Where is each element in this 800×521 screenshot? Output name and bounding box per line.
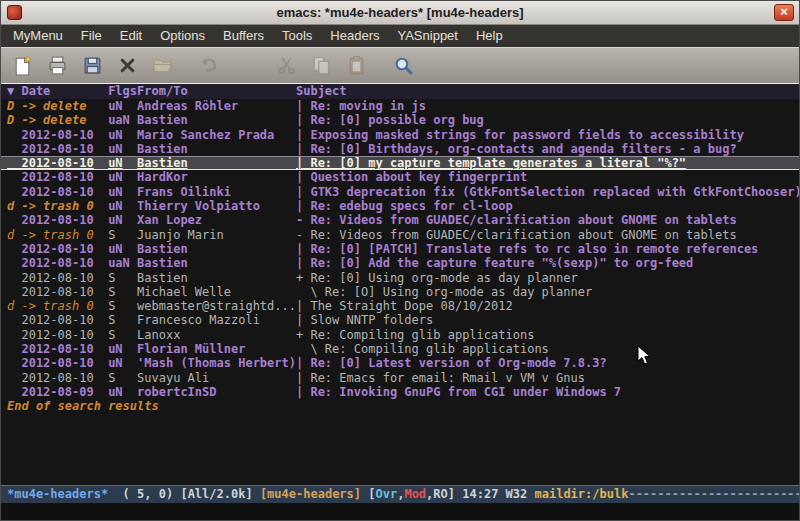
message-subject: + Re: Compiling glib applications: [296, 328, 799, 342]
message-from: robertcInSD: [137, 385, 296, 399]
message-flags: uN: [108, 170, 137, 184]
message-subject: | Re: [0] Birthdays, org-contacts and ag…: [296, 142, 799, 156]
modeline-buffer-name: *mu4e-headers*: [7, 487, 108, 501]
message-flags: S: [108, 328, 137, 342]
message-date-or-mark: 2012-08-10: [7, 371, 108, 385]
message-from: Bastien: [137, 142, 296, 156]
message-from: Frans Oilinki: [137, 185, 296, 199]
message-row[interactable]: 2012-08-10 S Lanoxx + Re: Compiling glib…: [1, 328, 799, 342]
message-row[interactable]: 2012-08-10 uN 'Mash (Thomas Herbert) | R…: [1, 356, 799, 370]
modeline-bracket: ]: [448, 487, 462, 501]
end-of-results-text: End of search results: [1, 399, 799, 413]
message-flags: uN: [108, 385, 137, 399]
message-date-or-mark: 2012-08-10: [7, 213, 108, 227]
message-row[interactable]: 2012-08-10 uN Mario Sanchez Prada | Expo…: [1, 128, 799, 142]
modeline-modified-flag: Mod: [404, 487, 426, 501]
search-icon[interactable]: [389, 51, 418, 80]
message-subject: | Re: [0] [PATCH] Translate refs to rc a…: [296, 242, 799, 256]
message-row[interactable]: 2012-08-10 uN Bastien | Re: [0] my captu…: [1, 156, 799, 170]
paste-icon[interactable]: [342, 51, 371, 80]
headers-header-line: ▼ Date Flgs From/To Subject: [1, 84, 799, 99]
modeline-filler: ----------------------------------------…: [628, 487, 799, 501]
message-flags: uN: [108, 99, 137, 113]
cut-icon[interactable]: [272, 51, 301, 80]
message-row[interactable]: D -> delete uaN Bastien | Re: [0] possib…: [1, 113, 799, 127]
menu-bar: MyMenuFileEditOptionsBuffersToolsHeaders…: [1, 25, 799, 47]
menu-mymenu[interactable]: MyMenu: [4, 25, 72, 47]
message-subject: | Slow NNTP folders: [296, 313, 799, 327]
message-from: HardKor: [137, 170, 296, 184]
message-flags: S: [108, 313, 137, 327]
message-date-or-mark: D -> delete: [7, 113, 108, 127]
menu-help[interactable]: Help: [467, 25, 512, 47]
message-date-or-mark: 2012-08-10: [7, 156, 108, 170]
menu-options[interactable]: Options: [151, 25, 214, 47]
message-flags: uaN: [108, 113, 137, 127]
message-row[interactable]: 2012-08-10 S Michael Welle \ Re: [O] Usi…: [1, 285, 799, 299]
message-row[interactable]: 2012-08-10 S Francesco Mazzoli | Slow NN…: [1, 313, 799, 327]
message-date-or-mark: 2012-08-10: [7, 242, 108, 256]
message-flags: uN: [108, 242, 137, 256]
message-row[interactable]: 2012-08-10 uN HardKor | Question about k…: [1, 170, 799, 184]
titlebar: emacs: *mu4e-headers* [mu4e-headers] ×: [1, 1, 799, 25]
modeline-readonly-flag: RO: [433, 487, 447, 501]
close-buffer-icon[interactable]: [113, 51, 142, 80]
save-icon[interactable]: [78, 51, 107, 80]
message-from: Bastien: [137, 113, 296, 127]
message-row[interactable]: d -> trash 0 uN Thierry Volpiatto | Re: …: [1, 199, 799, 213]
message-row[interactable]: d -> trash 0 S Juanjo Marin - Re: Videos…: [1, 228, 799, 242]
message-subject: \ Re: [O] Using org-mode as day planner: [296, 285, 799, 299]
menu-edit[interactable]: Edit: [111, 25, 151, 47]
message-date-or-mark: 2012-08-10: [7, 185, 108, 199]
message-row[interactable]: 2012-08-10 S Bastien + Re: [0] Using org…: [1, 271, 799, 285]
message-row[interactable]: 2012-08-10 uN Florian Müllner \ Re: Comp…: [1, 342, 799, 356]
print-icon[interactable]: [43, 51, 72, 80]
message-subject: | Re: Emacs for email: Rmail v VM v Gnus: [296, 371, 799, 385]
header-col-subject[interactable]: Subject: [296, 84, 799, 99]
message-row[interactable]: D -> delete uN Andreas Röhler | Re: movi…: [1, 99, 799, 113]
message-from: Bastien: [137, 256, 296, 270]
header-col-from[interactable]: From/To: [137, 84, 296, 99]
message-flags: uN: [108, 128, 137, 142]
message-date-or-mark: d -> trash 0: [7, 199, 108, 213]
menu-file[interactable]: File: [72, 25, 111, 47]
message-row[interactable]: 2012-08-10 uN Frans Oilinki | GTK3 depre…: [1, 185, 799, 199]
close-window-button[interactable]: ×: [774, 4, 794, 21]
window-title: emacs: *mu4e-headers* [mu4e-headers]: [1, 5, 799, 20]
menu-yasnippet[interactable]: YASnippet: [388, 25, 466, 47]
message-row[interactable]: d -> trash 0 S webmaster@straightd... | …: [1, 299, 799, 313]
mode-line: *mu4e-headers* ( 5, 0) [All/2.0k] [mu4e-…: [1, 485, 799, 503]
message-flags: uaN: [108, 256, 137, 270]
message-from: Francesco Mazzoli: [137, 313, 296, 327]
message-subject: | GTK3 deprecation fix (GtkFontSelection…: [296, 185, 799, 199]
emacs-frame: ▼ Date Flgs From/To Subject D -> delete …: [1, 84, 799, 520]
new-file-icon[interactable]: [8, 51, 37, 80]
open-folder-icon[interactable]: [148, 51, 177, 80]
message-row[interactable]: 2012-08-10 uN Bastien | Re: [0] Birthday…: [1, 142, 799, 156]
message-date-or-mark: 2012-08-10: [7, 271, 108, 285]
mouse-cursor: [637, 345, 651, 366]
message-row[interactable]: 2012-08-10 uaN Bastien | Re: [0] Add the…: [1, 256, 799, 270]
menu-tools[interactable]: Tools: [273, 25, 321, 47]
message-subject: \ Re: Compiling glib applications: [296, 342, 799, 356]
header-col-flags[interactable]: Flgs: [108, 84, 137, 99]
message-row[interactable]: 2012-08-10 uN Xan Lopez - Re: Videos fro…: [1, 213, 799, 227]
message-row[interactable]: 2012-08-10 uN Bastien | Re: [0] [PATCH] …: [1, 242, 799, 256]
message-subject: - Re: Videos from GUADEC/clarification a…: [296, 228, 799, 242]
message-subject: | Re: [0] my capture template generates …: [296, 156, 799, 170]
undo-icon[interactable]: [195, 51, 224, 80]
message-list: D -> delete uN Andreas Röhler | Re: movi…: [1, 99, 799, 399]
modeline-overwrite-flag: Ovr: [376, 487, 398, 501]
message-row[interactable]: 2012-08-09 uN robertcInSD | Re: Invoking…: [1, 385, 799, 399]
message-subject: | Re: [0] possible org bug: [296, 113, 799, 127]
message-subject: | Re: [0] Latest version of Org-mode 7.8…: [296, 356, 799, 370]
message-flags: uN: [108, 213, 137, 227]
copy-icon[interactable]: [307, 51, 336, 80]
message-flags: uN: [108, 199, 137, 213]
menu-buffers[interactable]: Buffers: [214, 25, 273, 47]
message-row[interactable]: 2012-08-10 S Suvayu Ali | Re: Emacs for …: [1, 371, 799, 385]
message-date-or-mark: D -> delete: [7, 99, 108, 113]
header-col-date[interactable]: ▼ Date: [7, 84, 108, 99]
modeline-maildir: maildir:/bulk: [535, 487, 629, 501]
menu-headers[interactable]: Headers: [321, 25, 388, 47]
